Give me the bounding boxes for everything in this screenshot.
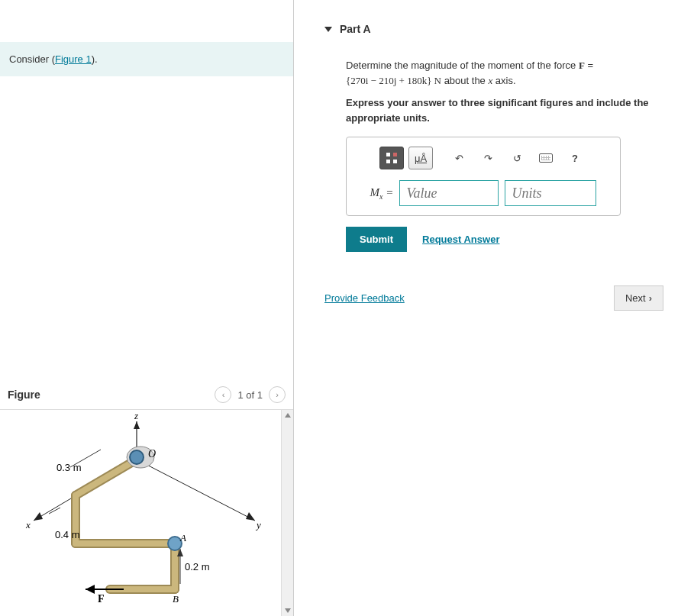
figure-header: Figure ‹ 1 of 1 › [0,380,293,410]
figure-scrollbar[interactable] [281,410,293,616]
svg-line-7 [76,460,137,495]
answer-box: μÅ ↶ ↷ ↺ ? Mx = [346,137,621,216]
caret-down-icon [324,27,332,32]
figure-counter: 1 of 1 [237,389,263,401]
chevron-right-icon: › [649,292,652,304]
left-pane: Consider (Figure 1). Figure ‹ 1 of 1 › [0,0,294,616]
svg-marker-22 [34,512,43,521]
figure-diagram: z x y O A B F 0.3 m 0.4 m 0.2 m [0,410,281,616]
force-expression: {270i − 210j + 180k} N [346,75,441,86]
redo-button[interactable]: ↷ [476,147,500,169]
intro-suffix: ). [92,53,98,65]
help-button[interactable]: ? [563,147,587,169]
units-input[interactable] [505,180,596,206]
next-button[interactable]: Next › [614,285,663,311]
axis-y-label: y [255,519,261,531]
units-palette-button[interactable]: μÅ [408,147,433,169]
axis-z-label: z [134,410,138,421]
figure-body: z x y O A B F 0.3 m 0.4 m 0.2 m [0,410,293,616]
variable-label: Mx = [370,186,394,201]
request-answer-link[interactable]: Request Answer [422,234,499,245]
dim-0-2: 0.2 m [185,561,210,572]
dim-0-4: 0.4 m [55,529,80,540]
feedback-row: Provide Feedback Next › [294,267,694,329]
svg-marker-23 [246,512,255,521]
figure-next-button[interactable]: › [269,386,286,403]
value-input[interactable] [399,180,499,206]
axis-x-label: x [25,519,31,531]
instruction-text: Express your answer to three significant… [346,95,663,125]
intro-prefix: Consider ( [9,53,55,65]
figure-prev-button[interactable]: ‹ [215,386,231,403]
action-row: Submit Request Answer [346,227,663,252]
answer-input-row: Mx = [356,180,611,206]
point-a-label: A [179,532,186,543]
keyboard-button[interactable] [534,147,558,169]
template-icon [386,153,397,163]
intro-block: Consider (Figure 1). [0,42,293,76]
svg-point-14 [130,450,144,464]
problem-suffix-1: about the [441,75,488,86]
svg-marker-21 [134,421,140,429]
dim-0-3: 0.3 m [56,462,82,473]
part-title: Part A [340,23,371,35]
submit-button[interactable]: Submit [346,227,407,252]
template-button[interactable] [379,147,404,169]
svg-marker-16 [86,585,95,594]
figure-link[interactable]: Figure 1 [55,53,92,65]
undo-button[interactable]: ↶ [447,147,471,169]
reset-button[interactable]: ↺ [505,147,529,169]
provide-feedback-link[interactable]: Provide Feedback [324,292,405,304]
figure-title: Figure [8,389,40,401]
point-b-label: B [173,593,179,605]
next-label: Next [625,292,646,304]
force-label: F [98,593,105,605]
point-o-label: O [148,448,156,460]
eq-mid: = [585,60,593,71]
part-header[interactable]: Part A [294,0,694,43]
answer-toolbar: μÅ ↶ ↷ ↺ ? [356,147,611,169]
right-pane: Part A Determine the magnitude of the mo… [294,0,694,616]
problem-prefix: Determine the magnitude of the moment of… [346,60,579,71]
problem-suffix-2: axis. [492,75,515,86]
keyboard-icon [539,153,553,163]
svg-line-1 [137,460,255,521]
problem-text: Determine the magnitude of the moment of… [346,58,663,88]
force-symbol: F [579,60,585,71]
